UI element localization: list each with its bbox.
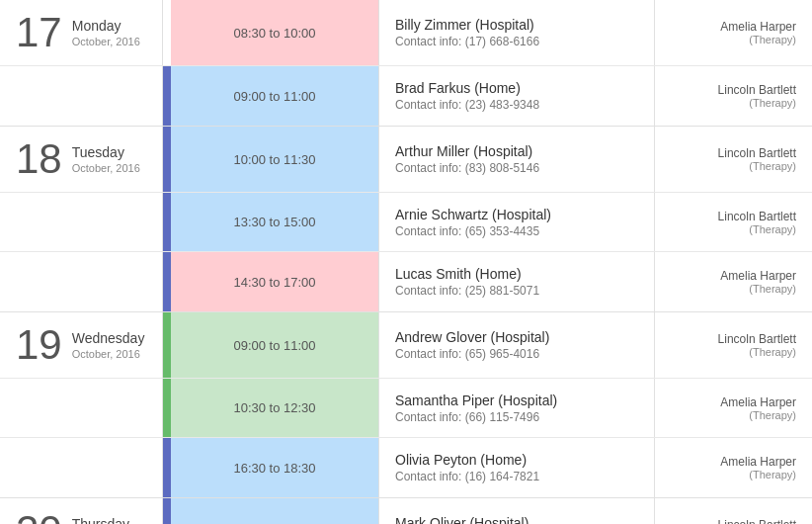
- therapist-type: (Therapy): [749, 409, 796, 421]
- therapist-name: Lincoln Bartlett: [718, 332, 796, 346]
- therapist-cell: Amelia Harper(Therapy): [654, 252, 812, 311]
- day-row[interactable]: 17MondayOctober, 201608:30 to 10:00Billy…: [0, 0, 812, 66]
- therapist-name: Lincoln Bartlett: [718, 210, 796, 223]
- day-group: 17MondayOctober, 201608:30 to 10:00Billy…: [0, 0, 812, 127]
- event-name: Olivia Peyton (Home): [395, 452, 638, 468]
- event-contact: Contact info: (65) 965-4016: [395, 347, 638, 361]
- date-cell-empty: [0, 66, 163, 126]
- event-bar: [163, 127, 171, 192]
- therapist-cell: Lincoln Bartlett(Therapy): [654, 193, 812, 251]
- day-row[interactable]: 13:30 to 15:00Arnie Schwartz (Hospital)C…: [0, 193, 812, 252]
- day-name: Tuesday: [72, 144, 140, 160]
- month-year: October, 2016: [72, 348, 145, 360]
- date-number: 17: [16, 12, 62, 53]
- day-name: Thursday: [72, 516, 140, 524]
- therapist-cell: Lincoln Bartlett(Therapy): [654, 498, 812, 524]
- event-name: Samantha Piper (Hospital): [395, 393, 638, 408]
- date-cell-empty: [0, 438, 163, 497]
- event-name: Lucas Smith (Home): [395, 266, 638, 282]
- day-row[interactable]: 19WednesdayOctober, 201609:00 to 11:00An…: [0, 312, 812, 379]
- time-cell: 14:30 to 17:00: [171, 252, 378, 311]
- therapist-cell: Amelia Harper(Therapy): [654, 0, 812, 65]
- day-row[interactable]: 10:30 to 12:30Samantha Piper (Hospital)C…: [0, 379, 812, 438]
- event-name: Arthur Miller (Hospital): [395, 143, 638, 159]
- date-number: 19: [16, 324, 62, 366]
- therapist-type: (Therapy): [749, 34, 796, 45]
- therapist-type: (Therapy): [749, 346, 796, 358]
- therapist-type: (Therapy): [749, 283, 796, 295]
- event-contact: Contact info: (16) 164-7821: [395, 470, 638, 483]
- therapist-cell: Amelia Harper(Therapy): [654, 438, 812, 497]
- therapist-name: Amelia Harper: [720, 20, 796, 34]
- event-contact: Contact info: (66) 115-7496: [395, 410, 638, 424]
- event-cell: Arnie Schwartz (Hospital)Contact info: (…: [378, 193, 654, 251]
- therapist-type: (Therapy): [749, 223, 796, 235]
- therapist-name: Lincoln Bartlett: [718, 146, 796, 160]
- day-name: Wednesday: [72, 330, 145, 346]
- time-cell: 12:00 to 13:30: [171, 498, 378, 524]
- day-name: Monday: [72, 18, 140, 34]
- date-info: TuesdayOctober, 2016: [72, 144, 140, 174]
- event-cell: Samantha Piper (Hospital)Contact info: (…: [378, 379, 654, 437]
- day-group: 19WednesdayOctober, 201609:00 to 11:00An…: [0, 312, 812, 498]
- event-bar: [163, 252, 171, 311]
- therapist-cell: Lincoln Bartlett(Therapy): [654, 312, 812, 378]
- event-contact: Contact info: (25) 881-5071: [395, 284, 638, 298]
- event-bar: [163, 312, 171, 378]
- event-cell: Billy Zimmer (Hospital)Contact info: (17…: [378, 0, 654, 65]
- date-cell: 19WednesdayOctober, 2016: [0, 312, 163, 378]
- day-group: 18TuesdayOctober, 201610:00 to 11:30Arth…: [0, 127, 812, 312]
- time-cell: 08:30 to 10:00: [171, 0, 378, 65]
- day-row[interactable]: 20ThursdayOctober, 201612:00 to 13:30Mar…: [0, 498, 812, 524]
- therapist-cell: Lincoln Bartlett(Therapy): [654, 66, 812, 126]
- therapist-name: Amelia Harper: [720, 395, 796, 409]
- therapist-cell: Lincoln Bartlett(Therapy): [654, 127, 812, 192]
- day-row[interactable]: 16:30 to 18:30Olivia Peyton (Home)Contac…: [0, 438, 812, 497]
- time-cell: 10:30 to 12:30: [171, 379, 378, 437]
- event-cell: Mark Oliver (Hospital)Contact info: (46)…: [378, 498, 654, 524]
- date-info: WednesdayOctober, 2016: [72, 330, 145, 360]
- month-year: October, 2016: [72, 162, 140, 174]
- time-cell: 09:00 to 11:00: [171, 66, 378, 126]
- date-info: MondayOctober, 2016: [72, 18, 140, 47]
- day-row[interactable]: 09:00 to 11:00Brad Farkus (Home)Contact …: [0, 66, 812, 126]
- event-cell: Arthur Miller (Hospital)Contact info: (8…: [378, 127, 654, 192]
- month-year: October, 2016: [72, 36, 140, 47]
- day-row[interactable]: 18TuesdayOctober, 201610:00 to 11:30Arth…: [0, 127, 812, 193]
- event-contact: Contact info: (65) 353-4435: [395, 224, 638, 238]
- day-group: 20ThursdayOctober, 201612:00 to 13:30Mar…: [0, 498, 812, 524]
- therapist-type: (Therapy): [749, 160, 796, 172]
- event-bar: [163, 66, 171, 126]
- date-number: 18: [16, 138, 62, 180]
- date-cell: 18TuesdayOctober, 2016: [0, 127, 163, 192]
- event-name: Brad Farkus (Home): [395, 80, 638, 96]
- therapist-name: Amelia Harper: [720, 269, 796, 283]
- event-cell: Brad Farkus (Home)Contact info: (23) 483…: [378, 66, 654, 126]
- time-cell: 10:00 to 11:30: [171, 127, 378, 192]
- event-name: Andrew Glover (Hospital): [395, 329, 638, 345]
- event-cell: Andrew Glover (Hospital)Contact info: (6…: [378, 312, 654, 378]
- time-cell: 13:30 to 15:00: [171, 193, 378, 251]
- event-bar: [163, 498, 171, 524]
- day-row[interactable]: 14:30 to 17:00Lucas Smith (Home)Contact …: [0, 252, 812, 311]
- event-name: Mark Oliver (Hospital): [395, 515, 638, 524]
- date-cell: 20ThursdayOctober, 2016: [0, 498, 163, 524]
- event-name: Billy Zimmer (Hospital): [395, 17, 638, 33]
- date-cell-empty: [0, 193, 163, 251]
- event-name: Arnie Schwartz (Hospital): [395, 207, 638, 222]
- event-cell: Lucas Smith (Home)Contact info: (25) 881…: [378, 252, 654, 311]
- event-contact: Contact info: (17) 668-6166: [395, 35, 638, 48]
- event-bar: [163, 193, 171, 251]
- therapist-type: (Therapy): [749, 469, 796, 480]
- therapist-name: Amelia Harper: [720, 455, 796, 469]
- therapist-name: Lincoln Bartlett: [718, 83, 796, 97]
- therapist-type: (Therapy): [749, 97, 796, 109]
- calendar: 17MondayOctober, 201608:30 to 10:00Billy…: [0, 0, 812, 524]
- event-cell: Olivia Peyton (Home)Contact info: (16) 1…: [378, 438, 654, 497]
- date-number: 20: [16, 510, 62, 524]
- date-cell: 17MondayOctober, 2016: [0, 0, 163, 65]
- date-cell-empty: [0, 252, 163, 311]
- event-bar: [163, 438, 171, 497]
- time-cell: 16:30 to 18:30: [171, 438, 378, 497]
- event-contact: Contact info: (83) 808-5146: [395, 161, 638, 175]
